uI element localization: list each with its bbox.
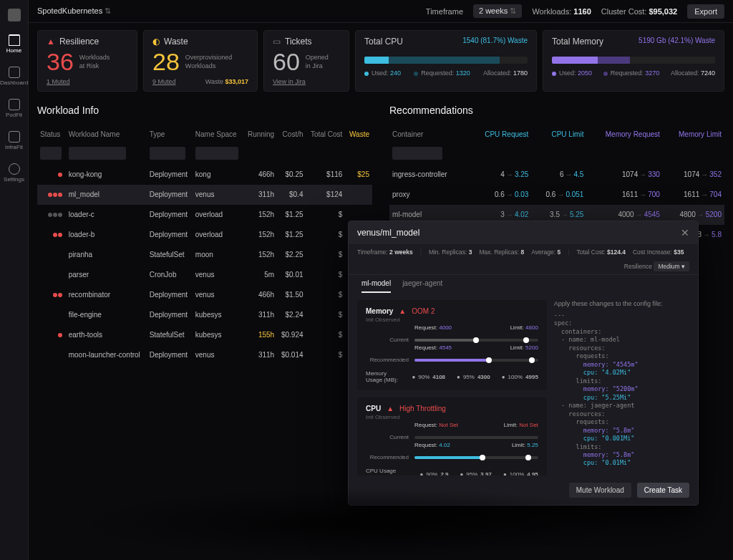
resilience-select[interactable]: Medium ▾: [654, 261, 689, 271]
type-filter[interactable]: [150, 147, 185, 160]
tab-jaeger-agent[interactable]: jaeger-agent: [402, 279, 442, 293]
cluster-cost-value: $95,032: [649, 7, 677, 16]
nav-podfit[interactable]: PodFit: [6, 99, 22, 118]
table-row[interactable]: earth-toolsStatefulSetkubesys155h$0.924$: [37, 325, 372, 345]
waste-muted-link[interactable]: 9 Muted: [152, 78, 176, 85]
table-row[interactable]: loader-cDeploymentoverload152h$1.25$: [37, 205, 372, 225]
table-row[interactable]: recombinatorDeploymentvenus466h$1.50$: [37, 285, 372, 305]
workloads-label: Workloads:: [532, 7, 571, 16]
logo-icon: [8, 9, 21, 21]
warning-icon: ▲: [387, 405, 394, 412]
infrafit-icon: [9, 131, 20, 143]
nav-dashboard[interactable]: Dashboard: [0, 67, 28, 86]
close-icon[interactable]: ✕: [681, 227, 689, 238]
nav-infrafit[interactable]: InfraFit: [5, 131, 23, 150]
workload-detail-modal: venus/ml_model ✕ Timeframe: 2 weeks| Min…: [348, 221, 699, 506]
view-jira-link[interactable]: View in Jira: [273, 78, 340, 85]
export-button[interactable]: Export: [687, 4, 724, 19]
resilience-card: ▲Resilience 36 Workloadsat Risk 1 Muted: [37, 30, 137, 92]
cluster-cost-label: Cluster Cost:: [601, 7, 647, 16]
modal-title: venus/ml_model: [357, 228, 419, 238]
table-row[interactable]: piranhaStatefulSetmoon152h$2.25$: [37, 245, 372, 265]
table-row[interactable]: parserCronJobvenus5m$0.01$: [37, 265, 372, 285]
name-filter[interactable]: [69, 147, 126, 160]
table-row[interactable]: proxy 0.6→0.03 0.6→0.051 1611→700 1611→7…: [389, 185, 724, 205]
workload-table: Status Workload Name Type Name Space Run…: [37, 126, 372, 365]
create-task-button[interactable]: Create Task: [637, 483, 689, 498]
dashboard-icon: [9, 67, 20, 78]
mute-workload-button[interactable]: Mute Workload: [569, 483, 631, 498]
recommendations-title: Recommendations: [389, 105, 724, 116]
cpu-bar: [364, 57, 528, 64]
nav-settings[interactable]: Settings: [4, 163, 24, 183]
cpu-slider-card: CPU ▲High Throttling Init Observed Reque…: [357, 397, 547, 488]
cpu-current-slider[interactable]: [414, 436, 538, 439]
table-row[interactable]: kong-kongDeploymentkong466h$0.25$116$25: [37, 165, 372, 185]
waste-card: ◐Waste 28 OverprovisionedWorkloads 9 Mut…: [143, 30, 258, 92]
cpu-waste: 1540 (81.7%) Waste: [462, 37, 528, 47]
waste-value: 28: [152, 49, 180, 74]
sidebar: Home Dashboard PodFit InfraFit Settings: [0, 0, 29, 560]
namespace-filter[interactable]: [195, 147, 238, 160]
tickets-card: ▭Tickets 60 Openedin Jira View in Jira: [263, 30, 349, 92]
settings-icon: [9, 163, 20, 175]
timeframe-select[interactable]: 2 weeks ⇅: [473, 4, 522, 18]
table-row[interactable]: file-engineDeploymentkubesys311h$2.24$: [37, 305, 372, 325]
cpu-recommended-slider[interactable]: [414, 456, 538, 459]
memory-slider-card: Memory ▲OOM 2 Init Observed Request: 400…: [357, 300, 547, 390]
cpu-card: Total CPU1540 (81.7%) Waste Used: 240 Re…: [355, 30, 537, 92]
table-row[interactable]: loader-bDeploymentoverload152h$1.25$: [37, 225, 372, 245]
home-icon: [9, 34, 20, 46]
workloads-value: 1160: [573, 7, 591, 16]
warning-icon: ▲: [399, 307, 406, 315]
timeframe-label: Timeframe: [426, 7, 463, 16]
memory-recommended-slider[interactable]: [414, 359, 538, 362]
table-row[interactable]: moon-launcher-controlDeploymentvenus311h…: [37, 345, 372, 365]
waste-icon: ◐: [152, 37, 160, 47]
memory-title: Total Memory: [552, 37, 603, 47]
memory-current-slider[interactable]: [414, 339, 538, 342]
table-row[interactable]: ml_modelDeploymentvenus311h$0.4$124: [37, 185, 372, 205]
cpu-title: Total CPU: [364, 37, 403, 47]
memory-card: Total Memory5190 Gb (42.1%) Waste Used: …: [543, 30, 724, 92]
cluster-selector[interactable]: SpotedKubernetes ⇅: [37, 6, 111, 16]
ticket-icon: ▭: [273, 37, 281, 47]
tab-ml-model[interactable]: ml-model: [361, 279, 391, 293]
tickets-value: 60: [273, 49, 300, 74]
workload-info-title: Workload Info: [37, 105, 372, 116]
podfit-icon: [9, 99, 20, 110]
topbar: SpotedKubernetes ⇅ Timeframe 2 weeks ⇅ W…: [29, 0, 733, 23]
table-row[interactable]: ingress-controller 4→3.25 6→4.5 1074→330…: [389, 165, 724, 185]
warning-icon: ▲: [47, 37, 55, 47]
memory-bar: [552, 57, 715, 64]
resilience-muted-link[interactable]: 1 Muted: [47, 78, 128, 85]
resilience-value: 36: [47, 49, 74, 74]
memory-waste: 5190 Gb (42.1%) Waste: [639, 37, 715, 47]
nav-home[interactable]: Home: [6, 34, 21, 54]
status-filter[interactable]: [40, 147, 62, 160]
container-filter[interactable]: [392, 147, 442, 160]
